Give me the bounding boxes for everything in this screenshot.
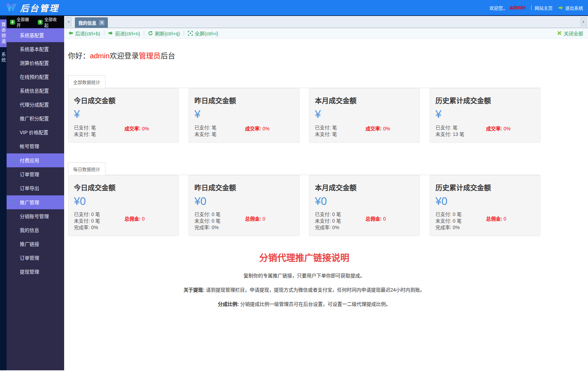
card-metric: 总佣金: 0 — [124, 211, 145, 231]
sidebar-item-price-calc-config[interactable]: 测算价格配置 — [7, 56, 64, 70]
stat-card: 历史累计成交金额 ¥ 已支付: 笔 未支付: 13 笔 成交率: 0% — [430, 88, 541, 143]
app-title: 后台管理 — [20, 1, 59, 14]
card-title: 历史累计成交金额 — [435, 182, 535, 192]
sidebar-item-order-management[interactable]: 订单管理 — [7, 167, 64, 181]
greeting-role: 管理员 — [139, 52, 161, 60]
chevron-right-icon — [583, 20, 585, 23]
sidebar-item-distribution-account-management[interactable]: 分销账号管理 — [7, 209, 64, 223]
sidebar-group-system-config[interactable]: 系统基配置 — [7, 28, 64, 42]
tab-scroll-right-button[interactable] — [581, 17, 587, 26]
card-amount: ¥ — [194, 109, 294, 120]
logo: 后台管理 — [5, 1, 59, 14]
notice-line: 分成比例:分销提成比例一级管理员可在后台设置，可设置一二级代理提成比例。 — [68, 300, 541, 307]
refresh-icon — [148, 31, 153, 36]
card-stats: 已支付: 0 笔 未支付: 0 笔 完成率: 0% — [74, 211, 124, 231]
home-link[interactable]: 网站主页 — [535, 5, 553, 11]
card-stats: 已支付: 笔 未支付: 笔 — [315, 124, 365, 138]
tab-scroll-left-button[interactable] — [66, 17, 71, 26]
card-amount: ¥ — [435, 109, 535, 120]
sidebar-menu: 系统基配置 系统基本配置 测算价格配置 在线预约配置 系统信息配置 代理分成配置… — [7, 28, 64, 279]
tab-daily-data-stats[interactable]: 每日数据统计 — [68, 162, 105, 175]
sidebar-group-promotion-management[interactable]: 推广管理 — [7, 195, 64, 209]
fullscreen-button[interactable]: 全屏(ctrl+i) — [188, 30, 218, 37]
caret-down-icon — [12, 202, 15, 204]
sidebar-item-online-booking-config[interactable]: 在线预约配置 — [7, 70, 64, 84]
user-bar: 欢迎您， admin 网站主页 退出系统 — [490, 5, 583, 11]
card-metric: 总佣金: 0 — [365, 211, 386, 231]
username: admin — [510, 5, 526, 11]
card-stats: 已支付: 0 笔 未支付: 0 笔 完成率: 0% — [315, 211, 365, 231]
forward-button[interactable]: 前进(ctrl+n) — [108, 30, 140, 37]
stat-card: 昨日成交金额 ¥ 已支付: 笔 未支付: 笔 成交率: 0% — [189, 88, 300, 143]
logout-button[interactable]: 退出系统 — [558, 5, 583, 11]
sidebar: 全部展开 全部收起 系统基配置 系统基本配置 测算价格配置 在线预约配置 系统信… — [7, 16, 64, 370]
card-stats: 已支付: 0 笔 未支付: 0 笔 完成率: 0% — [194, 211, 245, 231]
notice-line: 复制你的专属推广链接，只要用户下单你即可获取提成。 — [68, 272, 541, 279]
card-amount: ¥0 — [315, 196, 414, 207]
card-title: 历史累计成交金额 — [435, 95, 535, 105]
stat-cards-row: 今日成交金额 ¥ 已支付: 笔 未支付: 笔 成交率: 0% — [68, 88, 541, 143]
card-metric: 成交率: 0% — [124, 124, 149, 138]
chevron-left-icon — [68, 20, 69, 23]
stat-card: 本月成交金额 ¥ 已支付: 笔 未支付: 笔 成交率: 0% — [309, 88, 420, 143]
card-title: 昨日成交金额 — [194, 182, 294, 192]
sidebar-item-agent-share-config[interactable]: 代理分成配置 — [7, 98, 64, 112]
sidebar-item-vip-price-config[interactable]: VIP 价格配置 — [7, 126, 64, 139]
caret-down-icon — [12, 160, 15, 162]
tab-close-icon[interactable] — [99, 20, 104, 25]
refresh-button[interactable]: 刷新(ctrl+q) — [148, 30, 180, 37]
tab-my-info[interactable]: 我的信息 — [75, 17, 108, 28]
section-all-stats: 全部数据统计 今日成交金额 ¥ 已支付: 笔 未支付: 笔 — [68, 75, 541, 143]
card-amount: ¥ — [315, 109, 414, 120]
close-all-button[interactable]: 关闭全部 — [557, 30, 583, 37]
close-icon — [557, 31, 562, 35]
sidebar-item-order-export[interactable]: 订单导出 — [7, 181, 64, 195]
stat-card: 本月成交金额 ¥0 已支付: 0 笔 未支付: 0 笔 完成率: 0% 总佣金: — [309, 175, 420, 236]
stat-card: 昨日成交金额 ¥0 已支付: 0 笔 未支付: 0 笔 完成率: 0% 总佣金: — [189, 175, 300, 236]
card-stats: 已支付: 笔 未支付: 笔 — [74, 124, 124, 138]
notice-title: 分销代理推广链接说明 — [68, 251, 541, 264]
forward-arrow-icon — [108, 31, 113, 35]
card-amount: ¥0 — [194, 196, 294, 207]
notice-line: 关于提现:请到提现管理栏目，申请提现，提现方式为微信或者支付宝，任何时间内申请提… — [68, 286, 541, 293]
card-stats: 已支付: 笔 未支付: 13 笔 — [435, 124, 486, 138]
card-metric: 成交率: 0% — [486, 124, 511, 138]
sidebar-item-withdrawal-management[interactable]: 提现管理 — [7, 265, 64, 279]
card-stats: 已支付: 0 笔 未支付: 0 笔 完成率: 0% — [435, 211, 486, 231]
sidebar-item-promo-points-config[interactable]: 推广积分配置 — [7, 112, 64, 126]
stat-card: 今日成交金额 ¥0 已支付: 0 笔 未支付: 0 笔 完成率: 0% 总佣金: — [68, 175, 179, 236]
greeting: 你好：admin欢迎登录管理员后台 — [68, 50, 541, 60]
sidebar-item-order-management-2[interactable]: 订单管理 — [7, 251, 64, 265]
card-metric: 成交率: 0% — [245, 124, 270, 138]
sidebar-item-promotion-links[interactable]: 推广链接 — [7, 237, 64, 251]
logo-icon — [5, 2, 17, 13]
main-panel: 我的信息 后退(ctrl+b) 前进(ct — [64, 16, 588, 370]
card-metric: 总佣金: 0 — [486, 211, 506, 231]
card-title: 今日成交金额 — [74, 95, 173, 105]
collapse-all-button[interactable]: 全部收起 — [38, 16, 61, 28]
card-metric: 总佣金: 0 — [245, 211, 265, 231]
sidebar-item-system-basic-config[interactable]: 系统基本配置 — [7, 42, 64, 56]
sidebar-item-my-info[interactable]: 我的信息 — [7, 223, 64, 237]
sidebar-item-system-info-config[interactable]: 系统信息配置 — [7, 84, 64, 98]
logout-arrow-icon — [558, 6, 563, 10]
card-amount: ¥0 — [435, 196, 535, 207]
divider — [104, 31, 104, 36]
welcome-text: 欢迎您， — [490, 5, 508, 11]
back-button[interactable]: 后退(ctrl+b) — [68, 30, 100, 37]
divider — [144, 31, 144, 36]
tab-all-data-stats[interactable]: 全部数据统计 — [68, 75, 105, 88]
promotion-notice: 分销代理推广链接说明 复制你的专属推广链接，只要用户下单你即可获取提成。 关于提… — [68, 251, 541, 307]
stat-card: 今日成交金额 ¥ 已支付: 笔 未支付: 笔 成交率: 0% — [68, 88, 179, 143]
sidebar-item-account-management[interactable]: 帐号管理 — [7, 139, 64, 153]
sidebar-group-paid-apps[interactable]: 付费应用 — [7, 153, 64, 167]
stat-card: 历史累计成交金额 ¥0 已支付: 0 笔 未支付: 0 笔 完成率: 0% 总佣… — [430, 175, 541, 236]
caret-down-icon — [12, 35, 15, 36]
channel-tab-system[interactable]: 系统 — [0, 49, 7, 66]
divider — [531, 5, 531, 10]
expand-all-icon — [10, 20, 15, 25]
card-title: 昨日成交金额 — [194, 95, 294, 105]
expand-all-button[interactable]: 全部展开 — [10, 16, 33, 28]
channel-tab-fortune[interactable]: 算命频道 — [0, 19, 7, 47]
back-arrow-icon — [68, 31, 73, 35]
